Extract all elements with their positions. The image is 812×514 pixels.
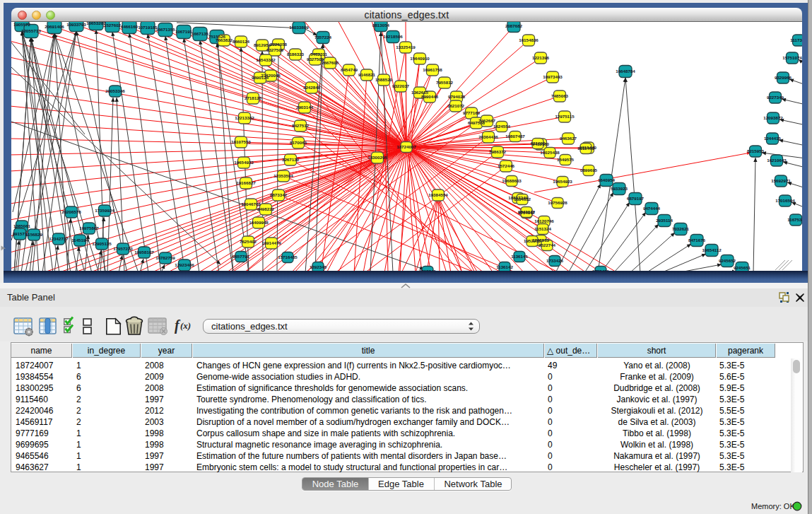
svg-text:7625402: 7625402 <box>240 239 257 244</box>
svg-text:9794028: 9794028 <box>448 94 466 99</box>
svg-text:10688603: 10688603 <box>502 178 522 183</box>
svg-text:10654112: 10654112 <box>702 247 722 252</box>
svg-text:10046768: 10046768 <box>241 201 261 206</box>
svg-text:18724007: 18724007 <box>396 144 416 149</box>
svg-text:15640910: 15640910 <box>410 56 430 61</box>
svg-text:6466160: 6466160 <box>121 24 139 29</box>
svg-text:9227349: 9227349 <box>767 95 784 100</box>
svg-text:10958107: 10958107 <box>134 250 154 255</box>
svg-text:12342737: 12342737 <box>49 236 69 241</box>
svg-text:8990448: 8990448 <box>421 94 439 99</box>
svg-text:1624554: 1624554 <box>493 124 511 129</box>
svg-text:16210643: 16210643 <box>767 158 787 163</box>
svg-text:17016504: 17016504 <box>775 198 795 203</box>
svg-text:10025438: 10025438 <box>540 150 560 155</box>
svg-text:3267130: 3267130 <box>282 157 300 162</box>
svg-text:15751074: 15751074 <box>782 55 802 60</box>
svg-text:9840012: 9840012 <box>518 209 536 214</box>
svg-text:19756928: 19756928 <box>548 200 567 205</box>
svg-text:1588520: 1588520 <box>375 77 393 82</box>
svg-text:12353594: 12353594 <box>273 173 293 178</box>
svg-text:621600: 621600 <box>531 141 546 146</box>
svg-text:1292341: 1292341 <box>419 269 437 271</box>
svg-text:9115460: 9115460 <box>577 146 594 151</box>
svg-text:2718126: 2718126 <box>245 95 262 100</box>
svg-text:15692971: 15692971 <box>771 178 791 183</box>
svg-text:1151324: 1151324 <box>534 226 551 231</box>
svg-text:8471676: 8471676 <box>688 238 706 243</box>
svg-text:(x): (x) <box>180 320 191 331</box>
svg-text:3226058: 3226058 <box>270 42 288 47</box>
svg-text:18300295: 18300295 <box>367 155 387 160</box>
svg-text:7462667: 7462667 <box>478 118 496 123</box>
svg-text:9657791: 9657791 <box>233 254 250 259</box>
svg-text:16914479: 16914479 <box>261 240 281 245</box>
svg-text:12923486: 12923486 <box>175 262 194 267</box>
svg-text:1572446: 1572446 <box>498 163 515 168</box>
svg-text:12905135: 12905135 <box>92 241 112 246</box>
svg-text:12213382: 12213382 <box>235 115 254 120</box>
svg-text:2522744: 2522744 <box>539 243 556 247</box>
svg-text:8427512: 8427512 <box>292 123 310 128</box>
svg-text:2935114: 2935114 <box>656 218 673 223</box>
svg-text:12093872: 12093872 <box>763 115 783 120</box>
svg-text:16648784: 16648784 <box>616 69 635 74</box>
svg-text:7485063: 7485063 <box>551 93 569 98</box>
svg-text:8873342: 8873342 <box>270 192 288 197</box>
svg-text:1385061: 1385061 <box>13 223 31 228</box>
svg-text:12055713: 12055713 <box>21 28 41 33</box>
svg-text:16409948: 16409948 <box>249 220 269 225</box>
svg-text:16120746: 16120746 <box>534 218 554 223</box>
svg-text:2087682: 2087682 <box>505 23 523 28</box>
svg-text:2903144: 2903144 <box>296 105 314 110</box>
svg-text:16543382: 16543382 <box>256 57 276 62</box>
svg-text:2667608: 2667608 <box>322 60 339 65</box>
svg-text:16961758: 16961758 <box>423 67 442 72</box>
svg-text:8215953: 8215953 <box>747 148 765 153</box>
svg-text:19218506: 19218506 <box>383 34 403 39</box>
svg-text:9245651: 9245651 <box>734 265 751 270</box>
svg-text:17359924: 17359924 <box>95 208 114 213</box>
svg-text:16671355: 16671355 <box>155 27 175 32</box>
svg-text:9327500: 9327500 <box>266 47 284 52</box>
svg-text:9777169: 9777169 <box>463 110 481 115</box>
svg-text:8660124: 8660124 <box>233 39 250 44</box>
svg-text:1145194: 1145194 <box>71 238 88 243</box>
svg-text:1221396: 1221396 <box>532 55 550 60</box>
svg-text:1527602: 1527602 <box>104 23 122 28</box>
svg-text:10719185: 10719185 <box>138 25 158 30</box>
svg-text:19654933: 19654933 <box>234 160 254 165</box>
svg-text:9329966: 9329966 <box>775 75 792 80</box>
svg-text:20053346: 20053346 <box>105 88 125 93</box>
svg-text:6879197: 6879197 <box>627 196 645 201</box>
svg-text:1952213: 1952213 <box>524 238 541 243</box>
svg-text:20206578: 20206578 <box>61 209 81 214</box>
svg-text:1733421: 1733421 <box>592 269 610 271</box>
svg-text:10933793: 10933793 <box>66 22 86 27</box>
svg-text:9463627: 9463627 <box>560 136 577 141</box>
svg-text:20691406: 20691406 <box>45 24 64 29</box>
svg-text:7955812: 7955812 <box>436 80 454 85</box>
svg-text:5933923: 5933923 <box>611 186 628 191</box>
svg-text:19654923: 19654923 <box>553 179 572 184</box>
svg-text:1621072: 1621072 <box>447 103 465 108</box>
svg-text:8186323: 8186323 <box>287 52 305 57</box>
svg-text:5462311: 5462311 <box>310 52 327 57</box>
svg-text:1117342: 1117342 <box>790 37 802 42</box>
svg-text:1136141: 1136141 <box>511 254 528 259</box>
svg-text:3242848: 3242848 <box>303 85 321 90</box>
svg-text:1136142: 1136142 <box>496 264 513 269</box>
svg-text:1067191: 1067191 <box>175 29 193 34</box>
svg-text:1905572: 1905572 <box>13 22 31 27</box>
svg-text:15716485: 15716485 <box>278 255 298 259</box>
svg-text:12975115: 12975115 <box>555 114 575 119</box>
svg-text:16782759: 16782759 <box>155 255 175 260</box>
svg-text:1667135: 1667135 <box>192 31 209 36</box>
svg-text:10807487: 10807487 <box>505 134 525 139</box>
svg-text:16033809: 16033809 <box>289 25 309 30</box>
svg-text:8813054: 8813054 <box>372 23 390 28</box>
svg-text:1292348: 1292348 <box>310 264 327 269</box>
svg-text:9474444: 9474444 <box>643 206 661 211</box>
svg-text:9322037: 9322037 <box>392 83 410 88</box>
svg-text:9498222: 9498222 <box>257 206 275 211</box>
